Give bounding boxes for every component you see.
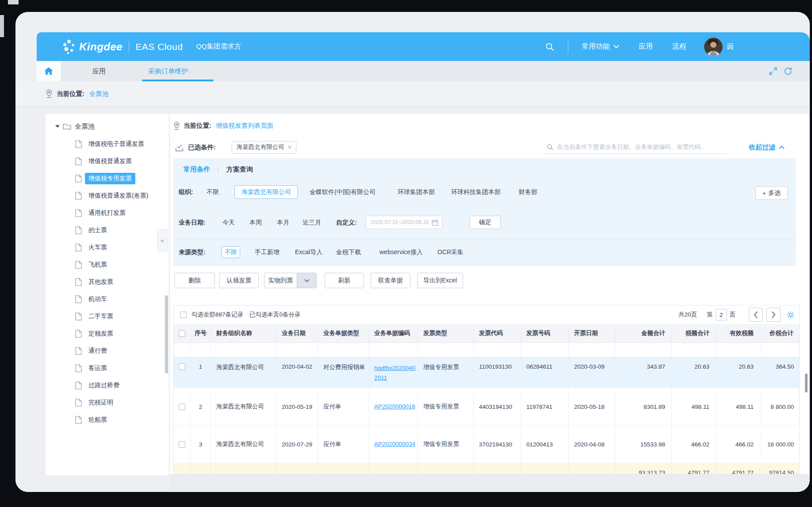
- tree-item[interactable]: 过路过桥费: [46, 377, 169, 394]
- multi-select-button[interactable]: + 多选: [755, 186, 788, 200]
- table-row[interactable]: 2 海棠西北有限公司 2020-05-19 应付单 AP2020000016 增…: [174, 388, 799, 426]
- header-checkbox[interactable]: [179, 330, 185, 337]
- tab-purchase-order[interactable]: 采购订单维护: [148, 61, 188, 81]
- doc-no-link[interactable]: AP2020000034: [374, 439, 415, 449]
- tree-item[interactable]: 增值税普通发票: [46, 152, 169, 170]
- close-icon[interactable]: ×: [288, 144, 291, 151]
- col-header[interactable]: 发票类型: [418, 324, 474, 343]
- caret-down-icon[interactable]: [55, 125, 60, 128]
- cell-valid-tax: 20.63: [716, 357, 760, 388]
- col-header[interactable]: 税额合计: [672, 324, 716, 343]
- next-page-button[interactable]: [766, 308, 781, 322]
- source-option[interactable]: 手工新增: [255, 248, 280, 256]
- tree-item[interactable]: 通行费: [46, 342, 169, 359]
- row-checkbox[interactable]: [179, 404, 185, 410]
- col-header[interactable]: 序号: [191, 324, 211, 343]
- dropdown-toggle[interactable]: [297, 273, 316, 288]
- tree-item[interactable]: 增值税电子普通发票: [46, 135, 169, 152]
- org-option-selected[interactable]: 海棠西北有限公司: [234, 185, 298, 199]
- vertical-scrollbar[interactable]: [805, 374, 808, 393]
- tree-item[interactable]: 通用机打发票: [46, 204, 169, 221]
- org-option[interactable]: 财务部: [519, 188, 537, 196]
- date-option-3months[interactable]: 近三月: [303, 219, 321, 227]
- nav-flow[interactable]: 流程: [672, 42, 686, 51]
- refresh-button[interactable]: 刷新: [325, 273, 364, 288]
- filter-tag[interactable]: 海棠西北有限公司 ×: [232, 141, 296, 154]
- table-row[interactable]: 3 海棠西北有限公司 2020-07-29 应付单 AP2020000034 增…: [174, 426, 799, 463]
- avatar[interactable]: [704, 38, 723, 56]
- col-header[interactable]: 价税合计: [760, 324, 800, 343]
- page-number-input[interactable]: [716, 309, 727, 320]
- tree-item[interactable]: 的士票: [46, 221, 169, 239]
- search-icon[interactable]: [545, 42, 555, 52]
- filter-tab-scheme[interactable]: 方案查询: [226, 165, 253, 174]
- org-option[interactable]: 环球科技集团本部: [451, 188, 501, 196]
- tree-item[interactable]: 轮船票: [46, 411, 169, 428]
- quick-functions-menu[interactable]: 常用功能: [582, 42, 619, 51]
- col-header[interactable]: 业务日期: [276, 324, 318, 343]
- col-header[interactable]: 开票日期: [569, 324, 615, 343]
- col-header[interactable]: 有效税额: [716, 324, 760, 343]
- doc-no-link[interactable]: hqdfbx20200402011: [374, 363, 417, 383]
- tree-item[interactable]: 飞机票: [46, 256, 169, 273]
- source-option[interactable]: OCR采集: [437, 248, 463, 256]
- breadcrumb-value[interactable]: 全票池: [89, 90, 109, 98]
- grid-settings-gear-icon[interactable]: [786, 311, 795, 319]
- tree-item-selected[interactable]: 增值税专用发票: [46, 170, 169, 187]
- location-value[interactable]: 增值税发票列表页面: [216, 122, 274, 130]
- tree-item[interactable]: 机动车: [46, 290, 169, 308]
- doc-no-link[interactable]: AP2020000016: [374, 402, 415, 412]
- row-checkbox[interactable]: [179, 363, 185, 370]
- claim-invoice-button[interactable]: 认领发票: [219, 273, 259, 288]
- tab-home[interactable]: [37, 61, 61, 81]
- tree-item[interactable]: 火车票: [46, 239, 169, 256]
- tab-application[interactable]: 应用: [92, 61, 106, 81]
- confirm-button[interactable]: 确定: [470, 216, 501, 229]
- sidebar-scrollbar[interactable]: [165, 295, 168, 374]
- date-option-today[interactable]: 今天: [222, 219, 235, 227]
- collapse-filter-button[interactable]: 收起过滤: [749, 141, 785, 154]
- date-range-input[interactable]: [366, 216, 442, 229]
- sidebar-collapse-handle[interactable]: «: [157, 229, 168, 252]
- select-all-checkbox[interactable]: [180, 312, 187, 318]
- search-input[interactable]: [557, 144, 721, 150]
- date-option-week[interactable]: 本周: [249, 219, 262, 227]
- export-excel-button[interactable]: 导出到Excel: [417, 273, 463, 288]
- link-check-button[interactable]: 联查单据: [371, 273, 410, 288]
- tree-item[interactable]: 定额发票: [46, 325, 169, 342]
- table-row[interactable]: 1 海棠西北有限公司 2020-04-02 对公费用报销单 hqdfbx2020…: [174, 357, 799, 388]
- date-range-value[interactable]: [371, 219, 432, 225]
- tree-item[interactable]: 增值税普通发票(卷票): [46, 187, 169, 204]
- tree-item[interactable]: 客运票: [46, 359, 169, 377]
- horizontal-scroll-track[interactable]: [170, 474, 809, 491]
- org-option-unlimited[interactable]: 不限: [207, 188, 219, 196]
- cell-code: 1100193130: [474, 357, 521, 388]
- tree-item[interactable]: 其他发票: [46, 273, 169, 290]
- org-option[interactable]: 环球集团本部: [398, 188, 435, 196]
- tree-item[interactable]: 完税证明: [46, 394, 169, 411]
- source-option-selected[interactable]: 不限: [222, 246, 240, 258]
- source-option[interactable]: Excal导入: [295, 248, 322, 256]
- tree-item[interactable]: 二手车票: [46, 308, 169, 325]
- date-option-month[interactable]: 本月: [277, 219, 289, 227]
- source-option[interactable]: 金税下载: [336, 248, 361, 256]
- prev-page-button[interactable]: [749, 308, 763, 322]
- tree-item-label: 二手车票: [85, 311, 117, 322]
- col-header[interactable]: 发票号码: [521, 324, 569, 343]
- filter-tab-common[interactable]: 常用条件: [184, 165, 210, 174]
- physical-arrival-split-button[interactable]: 实物到票: [264, 273, 317, 288]
- tree-root[interactable]: 全票池: [46, 120, 95, 133]
- col-header[interactable]: 财务组织名称: [211, 324, 276, 343]
- user-name[interactable]: 园: [727, 42, 734, 51]
- col-header[interactable]: 业务单据编码: [369, 324, 418, 343]
- col-header[interactable]: 业务单据类型: [318, 324, 369, 343]
- fullscreen-icon[interactable]: [769, 67, 778, 76]
- delete-button[interactable]: 删除: [174, 273, 215, 288]
- source-option[interactable]: webservice接入: [379, 248, 423, 256]
- row-checkbox[interactable]: [179, 441, 185, 448]
- org-option[interactable]: 金蝶软件(中国)有限公司: [310, 188, 375, 196]
- col-header[interactable]: 发票代码: [474, 324, 521, 343]
- col-header[interactable]: 金额合计: [615, 324, 672, 343]
- nav-app[interactable]: 应用: [639, 42, 653, 51]
- refresh-icon[interactable]: [784, 67, 793, 76]
